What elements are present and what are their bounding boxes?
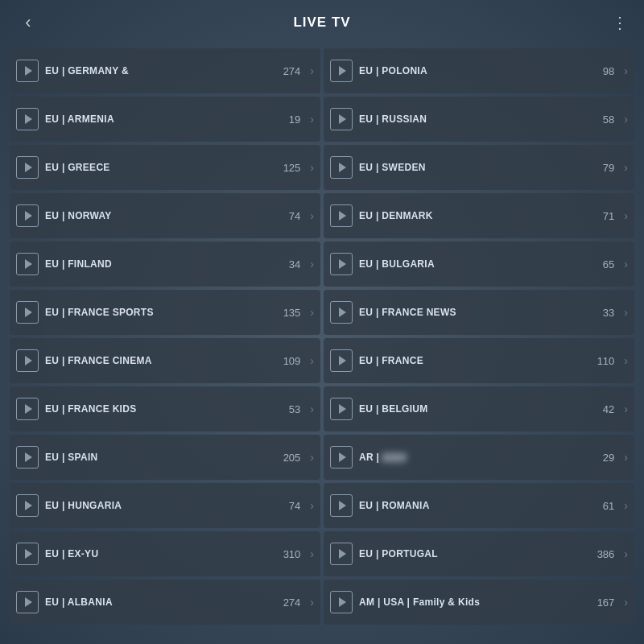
play-icon [330, 591, 353, 613]
play-icon [330, 446, 353, 469]
channel-name: EU | FRANCE [359, 355, 591, 366]
channel-name: EU | DENMARK [359, 210, 597, 221]
channel-item[interactable]: EU | HUNGARIA74› [10, 483, 320, 528]
channel-item[interactable]: EU | FRANCE SPORTS135› [10, 290, 320, 335]
back-button[interactable]: ‹ [16, 12, 40, 33]
play-icon [16, 301, 39, 324]
play-triangle-icon [339, 114, 346, 124]
channel-name: EU | GREECE [45, 162, 277, 173]
channel-name: EU | FRANCE KIDS [45, 403, 283, 415]
play-icon [16, 543, 39, 565]
channel-name: EU | PORTUGAL [359, 548, 591, 559]
app-container: ‹ LIVE TV ⋮ EU | GERMANY &274›EU | POLON… [0, 0, 644, 644]
chevron-right-icon: › [310, 451, 314, 464]
channel-name: EU | ROMANIA [359, 500, 597, 511]
channel-item[interactable]: EU | BULGARIA65› [324, 242, 634, 287]
play-icon [330, 156, 353, 179]
play-triangle-icon [25, 356, 32, 365]
play-icon [16, 349, 39, 372]
channel-count: 167 [597, 597, 615, 609]
play-icon [16, 398, 39, 420]
play-icon [330, 398, 353, 420]
page-title: LIVE TV [40, 14, 604, 31]
channel-name: EU | FINLAND [45, 258, 283, 270]
play-triangle-icon [339, 452, 346, 462]
chevron-right-icon: › [310, 64, 314, 77]
chevron-right-icon: › [624, 451, 628, 464]
menu-button[interactable]: ⋮ [604, 13, 628, 32]
chevron-right-icon: › [624, 209, 628, 222]
channel-name: EU | EX-YU [45, 548, 277, 559]
channel-name: EU | FRANCE NEWS [359, 307, 597, 318]
channel-item[interactable]: EU | RUSSIAN58› [324, 97, 634, 142]
channel-count: 19 [289, 114, 300, 126]
play-icon [330, 494, 353, 517]
channel-item[interactable]: EU | ALBANIA274› [10, 580, 320, 625]
channel-count: 135 [283, 307, 301, 319]
channel-item[interactable]: EU | SPAIN205› [10, 435, 320, 480]
channel-name: EU | ARMENIA [45, 114, 283, 125]
channel-name: EU | HUNGARIA [45, 500, 283, 511]
channel-count: 109 [283, 355, 301, 367]
channel-item[interactable]: EU | GERMANY &274› [10, 48, 320, 93]
chevron-right-icon: › [310, 209, 314, 222]
channel-item[interactable]: EU | ARMENIA19› [10, 97, 320, 142]
channel-count: 61 [603, 500, 614, 512]
channel-name: EU | RUSSIAN [359, 114, 597, 125]
channel-count: 65 [603, 258, 614, 270]
channel-item[interactable]: AM | USA | Family & Kids167› [324, 580, 634, 625]
play-triangle-icon [25, 597, 32, 607]
chevron-right-icon: › [624, 354, 628, 367]
play-icon [330, 349, 353, 372]
channel-item[interactable]: EU | NORWAY74› [10, 193, 320, 238]
channel-item[interactable]: EU | BELGIUM42› [324, 386, 634, 431]
channel-item[interactable]: EU | FRANCE KIDS53› [10, 386, 320, 431]
channel-name: EU | NORWAY [45, 210, 283, 221]
play-triangle-icon [25, 452, 32, 462]
play-triangle-icon [25, 211, 32, 221]
play-triangle-icon [25, 259, 32, 269]
play-triangle-icon [339, 597, 346, 607]
channel-item[interactable]: EU | POLONIA98› [324, 48, 634, 93]
chevron-right-icon: › [624, 113, 628, 126]
channel-item[interactable]: AR | ββββ29› [324, 435, 634, 480]
channel-item[interactable]: EU | SWEDEN79› [324, 145, 634, 190]
channel-item[interactable]: EU | EX-YU310› [10, 531, 320, 576]
play-triangle-icon [339, 259, 346, 269]
play-icon [16, 446, 39, 469]
channel-item[interactable]: EU | GREECE125› [10, 145, 320, 190]
channel-name: EU | SPAIN [45, 452, 277, 463]
channel-name: AR | ββββ [359, 452, 597, 463]
channel-name: AM | USA | Family & Kids [359, 597, 591, 608]
channel-item[interactable]: EU | ROMANIA61› [324, 483, 634, 528]
channel-item[interactable]: EU | FRANCE110› [324, 338, 634, 383]
play-icon [330, 543, 353, 565]
channel-item[interactable]: EU | FRANCE CINEMA109› [10, 338, 320, 383]
channel-count: 74 [289, 210, 300, 222]
channel-list: EU | GERMANY &274›EU | POLONIA98›EU | AR… [0, 45, 644, 644]
play-triangle-icon [339, 549, 346, 559]
play-triangle-icon [25, 501, 32, 510]
channel-item[interactable]: EU | FRANCE NEWS33› [324, 290, 634, 335]
chevron-right-icon: › [310, 258, 314, 270]
play-icon [16, 108, 39, 130]
play-icon [16, 156, 39, 179]
play-icon [16, 204, 39, 227]
play-triangle-icon [25, 549, 32, 559]
chevron-right-icon: › [310, 499, 314, 512]
header: ‹ LIVE TV ⋮ [0, 0, 644, 45]
play-triangle-icon [339, 501, 346, 510]
channel-name: EU | FRANCE SPORTS [45, 307, 277, 318]
channel-item[interactable]: EU | DENMARK71› [324, 193, 634, 238]
channel-item[interactable]: EU | PORTUGAL386› [324, 531, 634, 576]
channel-count: 29 [603, 452, 614, 464]
chevron-right-icon: › [310, 354, 314, 367]
chevron-right-icon: › [624, 306, 628, 319]
play-triangle-icon [25, 114, 32, 124]
chevron-right-icon: › [624, 64, 628, 77]
channel-item[interactable]: EU | FINLAND34› [10, 242, 320, 287]
play-icon [330, 60, 353, 82]
chevron-right-icon: › [310, 402, 314, 415]
channel-name: EU | BULGARIA [359, 258, 597, 270]
chevron-right-icon: › [310, 306, 314, 319]
